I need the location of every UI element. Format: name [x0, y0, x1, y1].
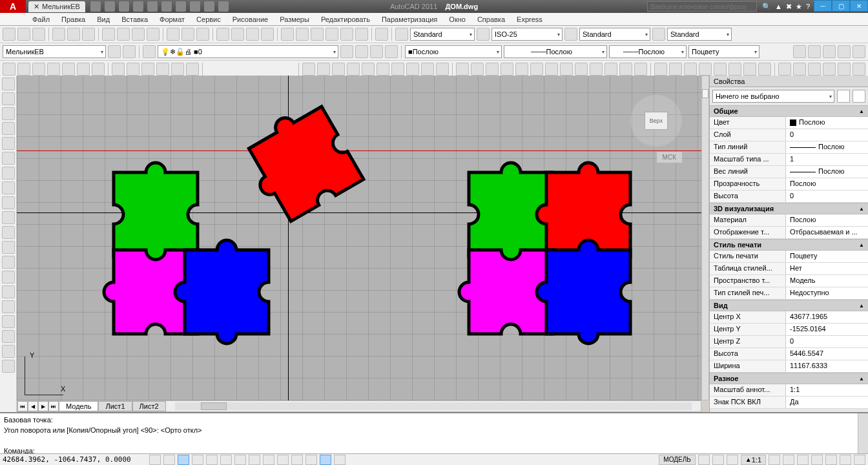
wedge-icon[interactable]: [17, 63, 30, 76]
viewcube-top[interactable]: Верх: [645, 112, 668, 130]
match-icon[interactable]: [147, 28, 160, 41]
dcenter-icon[interactable]: [296, 28, 309, 41]
annoscale-display[interactable]: ▲ 1:1: [741, 455, 766, 465]
arc-icon[interactable]: [2, 152, 15, 165]
vs2-icon[interactable]: [808, 45, 821, 58]
textstyle-combo[interactable]: Standard: [410, 28, 475, 41]
qat-open-icon[interactable]: [105, 1, 115, 12]
prop-color-val[interactable]: Послою: [786, 117, 868, 129]
publish-icon[interactable]: [82, 28, 95, 41]
isolate-icon[interactable]: [840, 455, 851, 465]
grid-toggle[interactable]: [163, 455, 175, 465]
plotstyle-combo[interactable]: Поцвету: [688, 45, 760, 58]
menu-view[interactable]: Вид: [97, 16, 110, 23]
ws-switch-icon[interactable]: [797, 455, 809, 465]
osnap-toggle[interactable]: [206, 455, 218, 465]
mtext-icon[interactable]: [2, 345, 15, 358]
prop-plotspace-val[interactable]: Модель: [786, 275, 868, 287]
ducs-toggle[interactable]: [249, 455, 260, 465]
prop-centerz-val[interactable]: 0: [786, 336, 868, 347]
d6-icon[interactable]: [377, 63, 389, 76]
prop-ltscale-val[interactable]: 1: [786, 154, 868, 165]
markup-icon[interactable]: [340, 28, 353, 41]
tab-sheet1[interactable]: Лист1: [98, 401, 132, 411]
inq3-icon[interactable]: [808, 63, 821, 76]
qv-layouts-icon[interactable]: [712, 455, 724, 465]
qat-undo-icon[interactable]: [133, 1, 143, 12]
search-icon[interactable]: 🔍: [762, 3, 771, 11]
cut-icon[interactable]: [102, 28, 115, 41]
document-tab[interactable]: ✕ МельникЕВ: [28, 1, 85, 12]
prop-material-val[interactable]: Послою: [786, 214, 868, 226]
prop-plottable-val[interactable]: Нет: [786, 263, 868, 274]
color-combo[interactable]: ■ Послою: [405, 45, 502, 58]
prop-height-val[interactable]: 0: [786, 191, 868, 202]
menu-insert[interactable]: Вставка: [121, 16, 148, 23]
dim10-icon[interactable]: [590, 63, 603, 76]
quickselect-icon[interactable]: [837, 90, 850, 103]
search-box[interactable]: [647, 1, 757, 12]
vertical-scrollbar[interactable]: [701, 76, 709, 400]
m2-icon[interactable]: [669, 63, 682, 76]
dim1-icon[interactable]: [456, 63, 469, 76]
menu-draw[interactable]: Рисование: [232, 16, 268, 23]
coordinate-display[interactable]: 42684.3962, -1064.7437, 0.0000: [3, 455, 131, 464]
textstyle-icon[interactable]: [395, 28, 408, 41]
m1-icon[interactable]: [654, 63, 667, 76]
inq2-icon[interactable]: [793, 63, 806, 76]
tab-sheet2[interactable]: Лист2: [132, 401, 166, 411]
qv-drawings-icon[interactable]: [727, 455, 738, 465]
spline-icon[interactable]: [2, 196, 15, 209]
extrude-icon[interactable]: [127, 63, 140, 76]
d8-icon[interactable]: [406, 63, 419, 76]
prop-viewheight-val[interactable]: 5446.5547: [786, 348, 868, 360]
qat-print-icon[interactable]: [161, 1, 172, 12]
prop-viewwidth-val[interactable]: 11167.6333: [786, 360, 868, 372]
am-toggle[interactable]: [334, 455, 346, 465]
dim8-icon[interactable]: [560, 63, 573, 76]
3dosnap-toggle[interactable]: [220, 455, 232, 465]
ucs-label[interactable]: МСК: [657, 152, 682, 163]
layerfrz-icon[interactable]: [370, 45, 383, 58]
tpalette-icon[interactable]: [311, 28, 324, 41]
prop-lineweight-val[interactable]: Послою: [786, 166, 868, 178]
makeblock-icon[interactable]: [2, 256, 15, 269]
dim7-icon[interactable]: [545, 63, 558, 76]
prop-transparency-val[interactable]: Послою: [786, 178, 868, 190]
table-icon[interactable]: [2, 330, 15, 343]
d10-icon[interactable]: [436, 63, 449, 76]
space-toggle[interactable]: МОДЕЛЬ: [659, 455, 695, 465]
viewcube[interactable]: Верх: [630, 95, 682, 147]
xline-icon[interactable]: [2, 92, 15, 105]
dim12-icon[interactable]: [619, 63, 632, 76]
search-input[interactable]: [647, 1, 757, 12]
dim3-icon[interactable]: [486, 63, 499, 76]
dim4-icon[interactable]: [501, 63, 513, 76]
hatch-icon[interactable]: [2, 285, 15, 298]
prop-plotstyle-val[interactable]: Поцвету: [786, 251, 868, 262]
cmd-prompt[interactable]: Команда:: [4, 446, 854, 453]
dimstyle-icon[interactable]: [477, 28, 490, 41]
tab-first-icon[interactable]: ⏮: [17, 401, 28, 411]
vs3-icon[interactable]: [823, 45, 836, 58]
cleanscreen-icon[interactable]: [375, 28, 388, 41]
d1-icon[interactable]: [302, 63, 315, 76]
sweep-icon[interactable]: [156, 63, 169, 76]
polysolid-icon[interactable]: [112, 63, 125, 76]
open-icon[interactable]: [17, 28, 30, 41]
tab-last-icon[interactable]: ⏭: [48, 401, 59, 411]
menu-help[interactable]: Справка: [477, 16, 505, 23]
d7-icon[interactable]: [391, 63, 404, 76]
presspull-icon[interactable]: [186, 63, 199, 76]
sheet-icon[interactable]: [326, 28, 338, 41]
subscription-icon[interactable]: ▲: [775, 3, 782, 11]
user-combo[interactable]: МельникЕВ: [3, 45, 106, 58]
group-misc[interactable]: Разное▲: [710, 373, 868, 384]
prop-centery-val[interactable]: -1525.0164: [786, 324, 868, 335]
group-3dviz[interactable]: 3D визуализация▲: [710, 203, 868, 214]
prop-shadow-val[interactable]: Отбрасываемая и ...: [786, 227, 868, 238]
rectangle-icon[interactable]: [2, 137, 15, 150]
ellipse-icon[interactable]: [2, 211, 15, 224]
qat-new-icon[interactable]: [90, 1, 101, 12]
circle-icon[interactable]: [2, 167, 15, 180]
